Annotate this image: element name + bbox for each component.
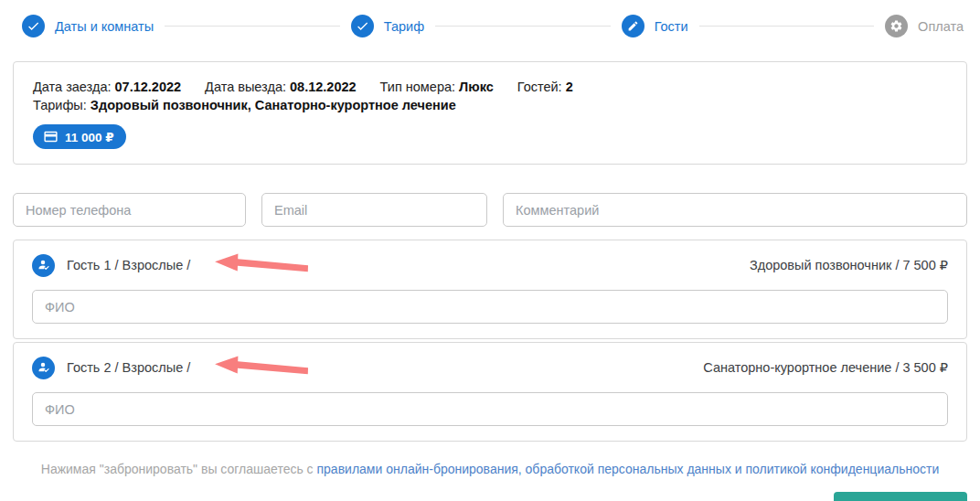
annotation-arrow-icon <box>214 250 312 280</box>
phone-input[interactable] <box>13 193 246 227</box>
contact-inputs-row <box>13 193 967 227</box>
book-button[interactable]: Забронировать <box>834 492 967 501</box>
summary-room-type: Тип номера: Люкс <box>380 78 494 96</box>
annotation-arrow-icon <box>214 353 312 382</box>
guest-2-title: Гость 2 / Взрослые / <box>67 360 190 375</box>
agreement-prefix: Нажимая "забронировать" вы соглашаетесь … <box>41 462 317 476</box>
step-label-guests: Гости <box>655 19 688 34</box>
guest-card-2: Гость 2 / Взрослые / Санаторно-курортное… <box>13 342 967 442</box>
stepper-step-payment[interactable]: Оплата <box>885 15 964 37</box>
booking-stepper: Даты и комнаты Тариф Гости Оплата <box>22 15 964 37</box>
summary-checkin: Дата заезда: 07.12.2022 <box>33 78 181 96</box>
total-price-badge: 11 000 ₽ <box>33 124 126 149</box>
stepper-step-guests[interactable]: Гости <box>622 15 688 37</box>
agreement-links[interactable]: правилами онлайн-бронирования, обработко… <box>317 462 940 476</box>
check-icon <box>351 15 374 37</box>
guest-1-title: Гость 1 / Взрослые / <box>67 258 190 272</box>
comment-input[interactable] <box>503 193 967 227</box>
actions-row: Забронировать <box>13 492 967 501</box>
email-input[interactable] <box>261 193 487 227</box>
guest-2-tariff: Санаторно-курортное лечение / 3 500 ₽ <box>703 360 948 375</box>
booking-page: Даты и комнаты Тариф Гости Оплата Дата з… <box>0 0 980 501</box>
booking-summary-card: Дата заезда: 07.12.2022 Дата выезда: 08.… <box>13 61 967 165</box>
gear-icon <box>885 15 908 37</box>
person-check-icon <box>32 254 55 277</box>
stepper-step-tariff[interactable]: Тариф <box>351 15 424 37</box>
summary-tariffs: Тарифы: Здоровый позвоночник, Санаторно-… <box>33 96 456 114</box>
step-label-dates-rooms: Даты и комнаты <box>55 19 154 34</box>
stepper-connector <box>699 26 875 27</box>
stepper-connector <box>165 26 340 27</box>
guest-card-1: Гость 1 / Взрослые / Здоровый позвоночни… <box>13 240 967 339</box>
guest-1-fio-input[interactable] <box>32 290 948 324</box>
step-label-tariff: Тариф <box>384 19 424 34</box>
summary-guest-count: Гостей: 2 <box>517 78 573 96</box>
check-icon <box>22 15 45 37</box>
total-price-value: 11 000 ₽ <box>65 130 114 144</box>
stepper-step-dates-rooms[interactable]: Даты и комнаты <box>22 15 154 37</box>
booking-summary-line: Дата заезда: 07.12.2022 Дата выезда: 08.… <box>33 78 947 114</box>
stepper-connector <box>435 26 611 27</box>
guest-1-tariff: Здоровый позвоночник / 7 500 ₽ <box>750 258 948 272</box>
agreement-text: Нажимая "забронировать" вы соглашаетесь … <box>13 462 967 476</box>
guest-1-header: Гость 1 / Взрослые / Здоровый позвоночни… <box>32 252 948 278</box>
summary-checkout: Дата выезда: 08.12.2022 <box>205 78 357 96</box>
pencil-icon <box>622 15 644 37</box>
guest-2-header: Гость 2 / Взрослые / Санаторно-курортное… <box>32 355 948 380</box>
credit-card-icon <box>43 129 59 144</box>
guest-2-fio-input[interactable] <box>32 392 948 426</box>
step-label-payment: Оплата <box>918 19 964 34</box>
person-check-icon <box>32 357 55 379</box>
